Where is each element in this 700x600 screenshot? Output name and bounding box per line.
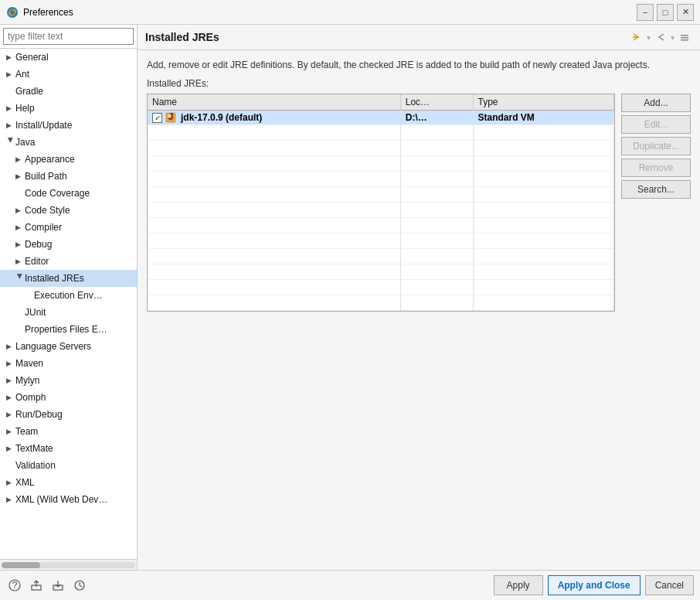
sidebar-item-appearance[interactable]: ▶Appearance (0, 151, 137, 168)
table-row-empty2 (148, 141, 614, 156)
sidebar-item-editor[interactable]: ▶Editor (0, 253, 137, 270)
col-name[interactable]: Name (148, 94, 400, 111)
tree-arrow: ▶ (6, 476, 15, 489)
sidebar-item-gradle[interactable]: Gradle (0, 83, 137, 100)
sidebar-item-xml[interactable]: ▶XML (0, 474, 137, 491)
table-row-empty9 (148, 249, 614, 264)
tree-arrow: ▶ (15, 169, 25, 183)
table-row-empty7 (148, 218, 614, 234)
tree-arrow: ▶ (6, 67, 15, 81)
restore-icon-button[interactable] (71, 577, 88, 594)
table-row[interactable]: ✓ J jdk-17.0.9 (default) (148, 111, 614, 125)
cancel-button[interactable]: Cancel (645, 575, 694, 595)
tree-arrow: ▶ (6, 407, 15, 421)
table-row-empty5 (148, 187, 614, 203)
panel-header-icons: ▾ ▾ (629, 29, 692, 45)
title-bar-controls: − □ ✕ (637, 4, 694, 21)
help-icon-button[interactable]: ? (6, 577, 23, 594)
sidebar-item-language-servers[interactable]: ▶Language Servers (0, 338, 137, 355)
svg-rect-5 (681, 39, 688, 41)
sidebar-item-label: Properties Files E… (25, 322, 107, 336)
installed-jres-label: Installed JREs: (147, 78, 691, 89)
table-row-empty8 (148, 234, 614, 249)
sidebar-item-help[interactable]: ▶Help (0, 100, 137, 117)
menu-icon-button[interactable] (677, 29, 692, 45)
tree-arrow-placeholder (15, 305, 25, 319)
sidebar-item-label: Debug (25, 237, 52, 251)
edit-button[interactable]: Edit... (621, 115, 691, 134)
sidebar-item-java[interactable]: ▶Java (0, 134, 137, 151)
sidebar-item-label: Ant (15, 67, 29, 81)
back-icon-button[interactable] (653, 29, 668, 45)
sidebar-item-install-update[interactable]: ▶Install/Update (0, 117, 137, 134)
sidebar-item-general[interactable]: ▶General (0, 49, 137, 66)
col-type[interactable]: Type (473, 94, 614, 111)
tree-arrow: ▶ (15, 152, 25, 166)
sidebar-item-code-coverage[interactable]: Code Coverage (0, 185, 137, 202)
jre-file-icon: J (165, 112, 176, 123)
jre-checkbox[interactable]: ✓ (152, 113, 162, 123)
sidebar-item-validation[interactable]: Validation (0, 457, 137, 474)
jre-table: Name Loc… Type ✓ (148, 94, 614, 311)
add-button[interactable]: Add... (621, 94, 691, 112)
sidebar-item-label: Execution Env… (34, 288, 103, 302)
minimize-button[interactable]: − (637, 4, 654, 21)
remove-button[interactable]: Remove (621, 159, 691, 177)
sidebar-item-mylyn[interactable]: ▶Mylyn (0, 372, 137, 389)
apply-button[interactable]: Apply (494, 575, 543, 595)
sidebar-item-junit[interactable]: JUnit (0, 304, 137, 321)
sidebar-item-installed-jres[interactable]: ▶Installed JREs (0, 270, 137, 287)
sidebar-item-code-style[interactable]: ▶Code Style (0, 202, 137, 219)
horizontal-scrollbar[interactable] (0, 559, 137, 570)
tree-arrow: ▶ (6, 356, 15, 370)
filter-input[interactable] (3, 28, 134, 45)
tree-arrow: ▶ (4, 138, 18, 147)
sidebar-item-label: TextMate (15, 441, 53, 455)
sidebar-item-debug[interactable]: ▶Debug (0, 236, 137, 253)
sidebar-item-execution-env[interactable]: Execution Env… (0, 287, 137, 304)
sidebar-item-ant[interactable]: ▶Ant (0, 66, 137, 83)
sidebar-item-label: Code Coverage (25, 186, 90, 200)
svg-text:J: J (168, 112, 174, 122)
maximize-button[interactable]: □ (657, 4, 674, 21)
sidebar-item-compiler[interactable]: ▶Compiler (0, 219, 137, 236)
search-button[interactable]: Search... (621, 180, 691, 199)
sidebar-item-label: Gradle (15, 84, 43, 98)
tree-arrow-placeholder (15, 186, 25, 200)
tree-arrow-placeholder (6, 84, 15, 98)
bottom-right-buttons: Apply Apply and Close Cancel (494, 575, 694, 595)
jre-name-cell: ✓ J jdk-17.0.9 (default) (148, 111, 400, 125)
sidebar-item-build-path[interactable]: ▶Build Path (0, 168, 137, 185)
forward-icon-button[interactable] (629, 29, 644, 45)
tree-arrow-placeholder (25, 288, 34, 302)
sidebar-item-maven[interactable]: ▶Maven (0, 355, 137, 372)
close-button[interactable]: ✕ (677, 4, 694, 21)
sidebar-item-label: Validation (15, 459, 56, 472)
sidebar-item-run-debug[interactable]: ▶Run/Debug (0, 406, 137, 423)
tree-arrow: ▶ (6, 118, 15, 132)
export-icon-button[interactable] (28, 577, 45, 594)
sidebar-item-xml-wild[interactable]: ▶XML (Wild Web Dev… (0, 491, 137, 508)
duplicate-button[interactable]: Duplicate... (621, 137, 691, 155)
sidebar-item-properties-files[interactable]: Properties Files E… (0, 321, 137, 338)
sidebar-item-label: Oomph (15, 390, 46, 404)
table-row-empty (148, 125, 614, 141)
sidebar-item-textmate[interactable]: ▶TextMate (0, 440, 137, 457)
sidebar-item-team[interactable]: ▶Team (0, 423, 137, 440)
sidebar-item-label: Mylyn (15, 373, 39, 387)
sidebar-item-oomph[interactable]: ▶Oomph (0, 389, 137, 406)
icon-separator2: ▾ (671, 33, 675, 42)
apply-close-button[interactable]: Apply and Close (548, 575, 641, 595)
sidebar-item-label: Editor (25, 254, 49, 268)
sidebar-item-label: Build Path (25, 169, 67, 183)
tree-arrow: ▶ (6, 50, 15, 64)
col-location[interactable]: Loc… (400, 94, 473, 111)
panel-body: Add, remove or edit JRE definitions. By … (138, 50, 700, 570)
panel-title: Installed JREs (145, 31, 219, 43)
tree-arrow-placeholder (6, 459, 15, 472)
import-icon-button[interactable] (49, 577, 66, 594)
sidebar-item-label: Appearance (25, 152, 75, 166)
side-buttons: Add... Edit... Duplicate... Remove Searc… (621, 94, 691, 312)
sidebar-item-label: Code Style (25, 203, 70, 217)
tree-arrow: ▶ (15, 220, 25, 234)
